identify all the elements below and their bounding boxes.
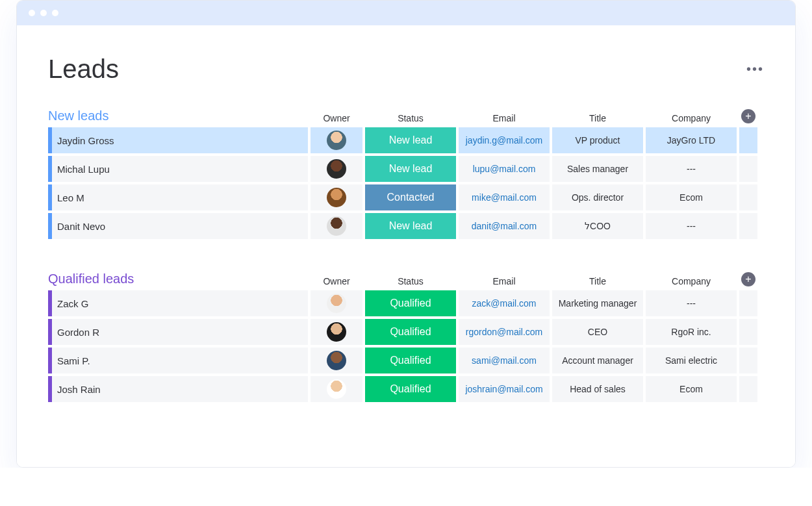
status-cell[interactable]: Qualified [365, 290, 456, 316]
title-cell[interactable]: VP product [552, 127, 643, 153]
group-title[interactable]: New leads [48, 108, 308, 123]
window-dot-icon [52, 10, 58, 16]
column-header-email[interactable]: Email [459, 113, 550, 123]
title-cell[interactable]: Ops. director [552, 184, 643, 210]
groups-container: New leadsOwnerStatusEmailTitleCompany+Ja… [48, 108, 764, 402]
email-cell[interactable]: sami@mail.com [459, 348, 550, 373]
column-header-company[interactable]: Company [646, 113, 737, 123]
add-column-icon[interactable]: + [741, 272, 755, 286]
status-cell[interactable]: Qualified [365, 376, 456, 402]
column-header-title[interactable]: Title [552, 113, 643, 123]
owner-cell[interactable] [311, 319, 362, 345]
status-cell[interactable]: New lead [365, 213, 456, 239]
email-cell[interactable]: mike@mail.com [459, 184, 550, 210]
page-title: Leads [48, 55, 119, 84]
row-trailing-cell [739, 156, 757, 182]
table-row[interactable]: Josh RainQualifiedjoshrain@mail.comHead … [48, 376, 764, 402]
row-trailing-cell [739, 376, 757, 402]
company-cell[interactable]: --- [646, 213, 737, 239]
table-row[interactable]: Leo MContactedmike@mail.comOps. director… [48, 184, 764, 210]
status-cell[interactable]: New lead [365, 156, 456, 182]
company-cell[interactable]: Sami electric [646, 348, 737, 373]
table-row[interactable]: Jaydin GrossNew leadjaydin.g@mail.comVP … [48, 127, 764, 153]
company-cell[interactable]: Ecom [646, 376, 737, 402]
owner-cell[interactable] [311, 127, 362, 153]
status-cell[interactable]: Qualified [365, 348, 456, 373]
window-titlebar [17, 1, 795, 25]
window-dot-icon [29, 10, 35, 16]
table-row[interactable]: Michal LupuNew leadlupu@mail.comSales ma… [48, 156, 764, 182]
add-column-icon[interactable]: + [741, 109, 755, 123]
avatar[interactable] [327, 379, 346, 399]
column-header-company[interactable]: Company [646, 276, 737, 286]
email-cell[interactable]: rgordon@mail.com [459, 319, 550, 345]
row-trailing-cell [739, 184, 757, 210]
page-header: Leads ••• [48, 55, 764, 84]
group-qualified: Qualified leadsOwnerStatusEmailTitleComp… [48, 272, 764, 402]
row-trailing-cell [739, 213, 757, 239]
table-row[interactable]: Zack GQualifiedzack@mail.comMarketing ma… [48, 290, 764, 316]
title-cell[interactable]: CEO [552, 319, 643, 345]
owner-cell[interactable] [311, 290, 362, 316]
avatar[interactable] [327, 322, 346, 342]
table-row[interactable]: Danit NevoNew leaddanit@mail.comלCOO--- [48, 213, 764, 239]
lead-name-cell[interactable]: Zack G [48, 290, 308, 316]
email-cell[interactable]: zack@mail.com [459, 290, 550, 316]
title-cell[interactable]: Head of sales [552, 376, 643, 402]
window-dot-icon [40, 10, 47, 16]
owner-cell[interactable] [311, 348, 362, 373]
title-cell[interactable]: Marketing manager [552, 290, 643, 316]
company-cell[interactable]: RgoR inc. [646, 319, 737, 345]
group-header: New leadsOwnerStatusEmailTitleCompany+ [48, 108, 764, 127]
column-header-owner[interactable]: Owner [311, 276, 362, 286]
status-cell[interactable]: New lead [365, 127, 456, 153]
column-header-status[interactable]: Status [365, 276, 456, 286]
email-cell[interactable]: joshrain@mail.com [459, 376, 550, 402]
column-header-status[interactable]: Status [365, 113, 456, 123]
table-row[interactable]: Gordon RQualifiedrgordon@mail.comCEORgoR… [48, 319, 764, 345]
avatar[interactable] [327, 188, 346, 207]
lead-name-cell[interactable]: Sami P. [48, 348, 308, 373]
lead-name-cell[interactable]: Danit Nevo [48, 213, 308, 239]
company-cell[interactable]: Ecom [646, 184, 737, 210]
avatar[interactable] [327, 159, 346, 179]
row-trailing-cell [739, 348, 757, 373]
company-cell[interactable]: --- [646, 290, 737, 316]
company-cell[interactable]: --- [646, 156, 737, 182]
app-window: Leads ••• New leadsOwnerStatusEmailTitle… [16, 0, 796, 468]
column-header-title[interactable]: Title [552, 276, 643, 286]
lead-name-cell[interactable]: Josh Rain [48, 376, 308, 402]
owner-cell[interactable] [311, 156, 362, 182]
owner-cell[interactable] [311, 376, 362, 402]
lead-name-cell[interactable]: Leo M [48, 184, 308, 210]
page-content: Leads ••• New leadsOwnerStatusEmailTitle… [17, 25, 795, 467]
company-cell[interactable]: JayGro LTD [646, 127, 737, 153]
lead-name-cell[interactable]: Jaydin Gross [48, 127, 308, 153]
status-cell[interactable]: Contacted [365, 184, 456, 210]
title-cell[interactable]: Account manager [552, 348, 643, 373]
email-cell[interactable]: lupu@mail.com [459, 156, 550, 182]
lead-name-cell[interactable]: Gordon R [48, 319, 308, 345]
avatar[interactable] [327, 131, 346, 150]
email-cell[interactable]: jaydin.g@mail.com [459, 127, 550, 153]
column-header-email[interactable]: Email [459, 276, 550, 286]
avatar[interactable] [327, 351, 346, 370]
row-trailing-cell [739, 319, 757, 345]
email-cell[interactable]: danit@mail.com [459, 213, 550, 239]
more-options-icon[interactable]: ••• [746, 62, 764, 77]
group-new: New leadsOwnerStatusEmailTitleCompany+Ja… [48, 108, 764, 239]
table-row[interactable]: Sami P.Qualifiedsami@mail.comAccount man… [48, 348, 764, 373]
owner-cell[interactable] [311, 213, 362, 239]
title-cell[interactable]: Sales manager [552, 156, 643, 182]
group-header: Qualified leadsOwnerStatusEmailTitleComp… [48, 272, 764, 290]
status-cell[interactable]: Qualified [365, 319, 456, 345]
group-title[interactable]: Qualified leads [48, 272, 308, 286]
avatar[interactable] [327, 216, 346, 236]
row-trailing-cell [739, 127, 757, 153]
owner-cell[interactable] [311, 184, 362, 210]
title-cell[interactable]: לCOO [552, 213, 643, 239]
row-trailing-cell [739, 290, 757, 316]
lead-name-cell[interactable]: Michal Lupu [48, 156, 308, 182]
avatar[interactable] [327, 294, 346, 313]
column-header-owner[interactable]: Owner [311, 113, 362, 123]
